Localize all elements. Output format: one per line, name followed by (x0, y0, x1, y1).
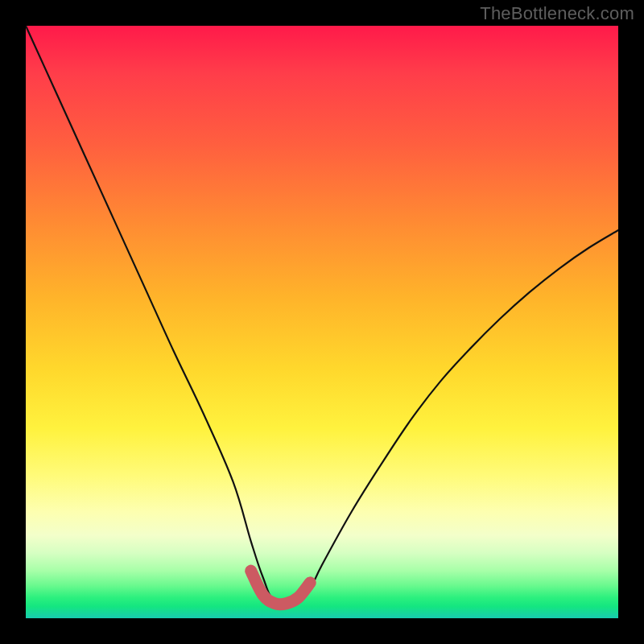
plot-area (26, 26, 618, 618)
bottleneck-chart: TheBottleneck.com (0, 0, 644, 644)
watermark-text: TheBottleneck.com (480, 3, 634, 24)
highlight-band-path (251, 571, 311, 605)
bottleneck-curve-path (26, 26, 618, 603)
curves-svg (26, 26, 618, 618)
